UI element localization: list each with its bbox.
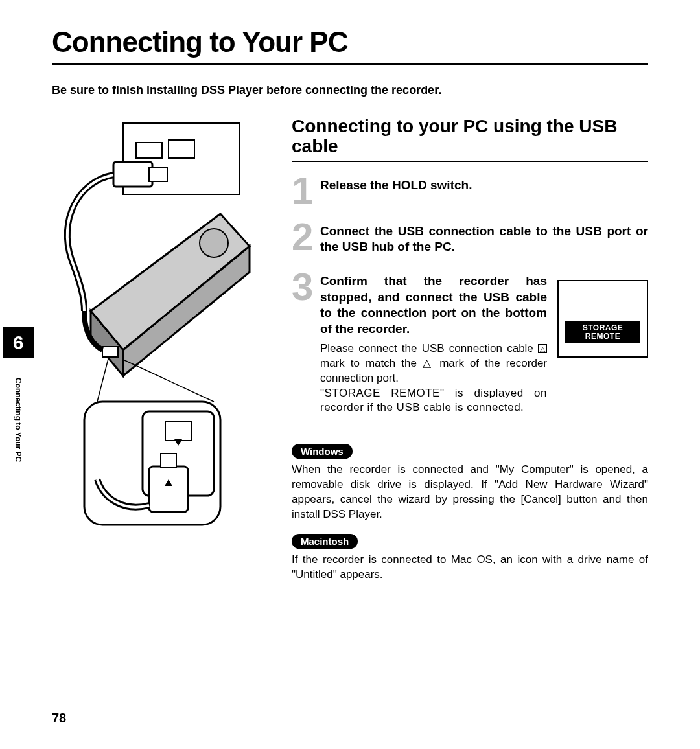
svg-rect-3 [113,162,152,187]
macintosh-section: Macintosh If the recorder is connected t… [292,522,648,582]
chapter-tab: 6 Connecting to Your PC [0,327,36,475]
display-line-1: STORAGE [583,323,624,332]
step-1-title: Release the HOLD switch. [320,178,648,194]
usb-connection-illustration [52,117,259,531]
instructions-column: Connecting to your PC using the USB cabl… [292,117,648,582]
step-3-title: Confirm that the recorder has stopped, a… [320,273,547,338]
recorder-usb-diagram-icon [52,117,259,531]
intro-text: Be sure to finish installing DSS Player … [52,84,648,97]
step-number: 2 [292,222,320,255]
step-number: 3 [292,272,320,415]
windows-pill: Windows [292,444,353,459]
svg-rect-17 [161,454,176,468]
recorder-display: STORAGE REMOTE [557,280,648,358]
recorder-display-text: STORAGE REMOTE [565,321,640,343]
section-rule [292,161,648,162]
svg-line-11 [123,360,214,402]
windows-text: When the recorder is connected and "My C… [292,463,648,522]
svg-rect-2 [169,140,194,158]
svg-rect-14 [165,421,191,441]
windows-section: Windows When the recorder is connected a… [292,432,648,522]
display-line-2: REMOTE [585,332,620,341]
step-3-body-pre: Please connect the USB connection cable [320,342,538,354]
svg-rect-9 [102,347,118,357]
macintosh-pill: Macintosh [292,534,358,549]
step-1-title-bold: HOLD [392,178,427,192]
macintosh-text: If the recorder is connected to Mac OS, … [292,553,648,582]
step-2-title: Connect the USB connection cable to the … [320,224,648,255]
step-number: 1 [292,176,320,205]
step-1-title-pre: Release the [320,178,392,192]
svg-rect-4 [149,167,167,181]
step-3-body-post: "STORAGE REMOTE" is displayed on recorde… [320,387,547,414]
svg-line-10 [97,356,109,402]
step-3-body-mid1: mark to match the [320,357,423,369]
svg-rect-1 [136,143,162,158]
step-2: 2 Connect the USB connection cable to th… [292,222,648,255]
content-row: Connecting to your PC using the USB cabl… [52,117,648,582]
illustration-column [52,117,272,582]
section-title: Connecting to your PC using the USB cabl… [292,117,648,157]
side-running-head: Connecting to Your PC [14,365,23,475]
step-1: 1 Release the HOLD switch. [292,176,648,205]
step-3: 3 Confirm that the recorder has stopped,… [292,272,648,415]
triangle-mark-icon: △ [538,344,547,353]
chapter-number: 6 [3,327,34,358]
step-3-body: Please connect the USB connection cable … [320,341,547,416]
step-1-title-post: switch. [427,178,472,192]
page-number: 78 [52,711,66,726]
title-rule [52,63,648,65]
svg-point-8 [200,229,228,257]
page-title: Connecting to Your PC [52,26,648,58]
svg-rect-16 [149,467,188,512]
